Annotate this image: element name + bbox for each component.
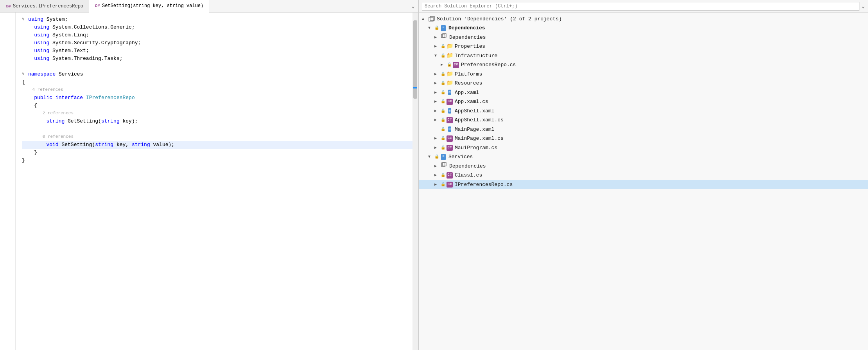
tree-arrow-collapsed[interactable] <box>434 43 440 49</box>
cs-file-icon2: C# <box>95 3 100 9</box>
se-item-services-deps[interactable]: Dependencies <box>419 162 868 171</box>
tree-arrow-collapsed[interactable] <box>434 172 440 178</box>
xaml-icon: ⊡ <box>448 90 452 95</box>
tree-arrow-collapsed[interactable] <box>434 90 440 96</box>
lock-icon: 🔒 <box>441 90 445 96</box>
cs-icon: C# <box>447 135 453 142</box>
se-item-properties[interactable]: 🔒📁Properties <box>419 42 868 51</box>
lock-icon: 🔒 <box>434 25 439 31</box>
deps-icon <box>441 33 447 41</box>
search-input[interactable] <box>422 2 859 11</box>
se-tree: 🔒≡Dependencies Dependencies🔒📁Properties🔒… <box>419 23 868 189</box>
code-line <box>22 63 412 70</box>
tab-preferences-repo[interactable]: C# Services.IPreferencesRepo <box>0 0 89 12</box>
se-label: Properties <box>455 43 868 51</box>
se-item-app-xaml[interactable]: 🔒⊡App.xaml <box>419 88 868 97</box>
tree-arrow-expanded[interactable] <box>428 25 434 31</box>
tree-arrow-collapsed[interactable] <box>434 145 440 151</box>
tree-arrow-expanded[interactable] <box>428 154 434 160</box>
se-label: Platforms <box>455 70 868 78</box>
code-line: using System.Text; <box>22 47 412 55</box>
code-line: using System.Collections.Generic; <box>22 23 412 31</box>
se-item-platforms[interactable]: 🔒📁Platforms <box>419 70 868 79</box>
tree-arrow-collapsed[interactable] <box>434 182 440 188</box>
se-item-mainpage-xaml[interactable]: 🔒⊡MainPage.xaml <box>419 125 868 134</box>
scrollbar-track[interactable] <box>412 13 418 350</box>
se-item-ipreferences-repo-cs[interactable]: 🔒C#IPreferencesRepo.cs <box>419 180 868 189</box>
se-label: Dependencies <box>448 24 868 32</box>
lock-icon: 🔒 <box>441 126 445 132</box>
solution-label: Solution 'Dependencies' (2 of 2 projects… <box>437 16 562 22</box>
tab-set-setting[interactable]: C# SetSetting(string key, string value) <box>89 0 209 13</box>
deps-icon <box>441 162 447 170</box>
tree-arrow-collapsed[interactable] <box>434 135 440 141</box>
se-label: Class1.cs <box>455 171 868 179</box>
code-line: { <box>22 78 412 86</box>
lock-icon: 🔒 <box>441 145 445 151</box>
code-line: ∨using System; <box>22 16 412 23</box>
lock-icon: 🔒 <box>441 53 445 59</box>
se-item-appshell-xaml[interactable]: 🔒⊡AppShell.xaml <box>419 106 868 116</box>
lock-icon: 🔒 <box>434 154 439 160</box>
tree-arrow-collapsed[interactable] <box>441 62 446 68</box>
code-line: using System.Security.Cryptography; <box>22 39 412 47</box>
cs-file-icon: C# <box>5 4 11 9</box>
tab-dropdown-arrow[interactable]: ⌄ <box>409 0 418 12</box>
tree-arrow-collapsed[interactable] <box>434 71 440 77</box>
code-line: { <box>22 102 412 110</box>
se-body[interactable]: ▲ Solution 'Dependencies' (2 of 2 projec… <box>419 13 868 350</box>
folder-icon: 📁 <box>447 70 453 78</box>
se-toolbar: ⌄ <box>419 0 868 13</box>
search-dropdown-icon[interactable]: ⌄ <box>862 3 865 9</box>
code-line <box>22 125 412 133</box>
se-item-deps-folder[interactable]: Dependencies <box>419 33 868 42</box>
code-area[interactable]: ∨using System; using System.Collections.… <box>16 13 412 350</box>
se-item-class1-cs[interactable]: 🔒C#Class1.cs <box>419 171 868 180</box>
se-item-pref-repo-cs[interactable]: 🔒C#PreferencesRepo.cs <box>419 60 868 70</box>
cs-icon: C# <box>447 182 453 188</box>
code-line: using System.Linq; <box>22 31 412 39</box>
lock-icon: 🔒 <box>441 182 445 188</box>
lock-icon: 🔒 <box>441 43 445 49</box>
lock-icon: 🔒 <box>441 117 445 123</box>
cs-icon: C# <box>447 117 453 123</box>
cs-icon: C# <box>447 99 453 105</box>
se-label: AppShell.xaml.cs <box>455 116 868 124</box>
se-label: Dependencies <box>449 34 868 41</box>
se-item-app-xaml-cs[interactable]: 🔒C#App.xaml.cs <box>419 97 868 106</box>
se-item-appshell-xaml-cs[interactable]: 🔒C#AppShell.xaml.cs <box>419 115 868 125</box>
tree-arrow-collapsed[interactable] <box>434 99 440 105</box>
solution-root: ▲ Solution 'Dependencies' (2 of 2 projec… <box>419 14 868 23</box>
code-line: 2 references <box>22 110 412 117</box>
lock-icon: 🔒 <box>441 80 445 86</box>
tree-arrow-collapsed[interactable] <box>434 163 440 169</box>
xaml-icon: ⊡ <box>448 126 452 132</box>
se-item-infrastructure[interactable]: 🔒📁Infrastructure <box>419 51 868 61</box>
tab-bar: C# Services.IPreferencesRepo C# SetSetti… <box>0 0 418 13</box>
project-icon: ≡ <box>441 25 445 31</box>
se-label: AppShell.xaml <box>455 107 868 115</box>
folder-icon: 📁 <box>447 79 453 87</box>
se-item-project-services[interactable]: 🔒≡Services <box>419 152 868 162</box>
line-numbers <box>0 13 16 350</box>
se-item-maui-program-cs[interactable]: 🔒C#MauiProgram.cs <box>419 143 868 153</box>
tree-arrow-collapsed[interactable] <box>434 108 440 114</box>
tree-arrow-collapsed[interactable] <box>434 80 440 86</box>
se-item-project-deps[interactable]: 🔒≡Dependencies <box>419 23 868 33</box>
se-item-mainpage-xaml-cs[interactable]: 🔒C#MainPage.xaml.cs <box>419 134 868 143</box>
se-label: Infrastructure <box>455 52 868 60</box>
code-line: string GetSetting(string key); <box>22 117 412 125</box>
tree-arrow-collapsed[interactable] <box>434 117 440 123</box>
code-line: using System.Threading.Tasks; <box>22 55 412 63</box>
collapse-arrow[interactable]: ∨ <box>22 71 28 78</box>
lock-icon: 🔒 <box>441 135 445 141</box>
xaml-icon: ⊡ <box>448 108 452 114</box>
tree-arrow-expanded[interactable] <box>434 53 440 59</box>
lock-icon: 🔒 <box>441 172 445 178</box>
tree-arrow-collapsed[interactable] <box>434 34 440 40</box>
se-label: Dependencies <box>449 162 868 170</box>
code-line: ∨namespace Services <box>22 70 412 78</box>
collapse-arrow[interactable]: ∨ <box>22 16 28 23</box>
se-item-resources[interactable]: 🔒📁Resources <box>419 79 868 88</box>
lock-icon: 🔒 <box>441 108 445 114</box>
